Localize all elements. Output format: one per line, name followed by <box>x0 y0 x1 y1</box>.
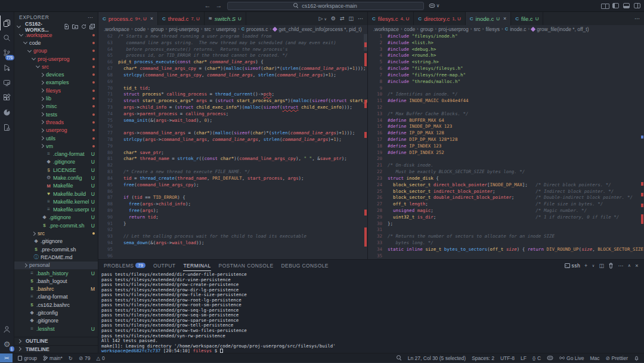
overview-ruler[interactable] <box>364 33 367 259</box>
close-icon[interactable]: × <box>150 16 153 21</box>
notifications-bell[interactable] <box>634 355 639 361</box>
tree-folder-devices[interactable]: devices <box>14 70 98 78</box>
tree-folder-code[interactable]: code <box>14 39 98 47</box>
tree-file-.cs162.bashrc[interactable]: $.cs162.bashrc <box>14 301 98 309</box>
tree-folder-src[interactable]: src <box>14 63 98 70</box>
encoding[interactable]: UTF-8 <box>500 355 515 361</box>
close-icon[interactable]: × <box>503 16 506 21</box>
tab-switch.S[interactable]: ≋switch.SU <box>205 12 246 25</box>
accounts-button[interactable] <box>0 322 14 337</box>
trash-icon[interactable] <box>608 263 614 269</box>
breadcrumb-item[interactable]: group <box>151 26 164 32</box>
explorer-more-icon[interactable]: ⋯ <box>88 14 93 20</box>
tree-folder-userprog[interactable]: userprog <box>14 127 98 134</box>
new-file-icon[interactable] <box>64 24 69 29</box>
tab-process.c[interactable]: Cprocess.c9+, U× <box>98 12 158 25</box>
split-icon[interactable]: ◫ <box>348 16 354 21</box>
tree-folder-proj-userprog[interactable]: proj-userprog <box>14 55 98 63</box>
tree-file-.pre-commit.sh[interactable]: $.pre-commit.sh <box>14 245 98 253</box>
tree-file-LICENSE[interactable]: §LICENSEU <box>14 166 98 174</box>
toggle-sidebar-icon[interactable] <box>612 3 619 8</box>
tree-file-.bashrc[interactable]: $.bashrcM <box>14 285 98 293</box>
timeline-section[interactable]: TIMELINE <box>14 345 98 353</box>
panel-tab-debug-console[interactable]: DEBUG CONSOLE <box>281 260 329 271</box>
more-actions-icon[interactable]: ⋯ <box>618 263 623 269</box>
tree-file-.pre-commit.sh[interactable]: $.pre-commit.shU <box>14 222 98 229</box>
tree-file-Makefile[interactable]: MMakefileU <box>14 182 98 190</box>
tab-inode.c[interactable]: Cinode.cU× <box>466 12 511 25</box>
tree-file-.gitignore[interactable]: ◆.gitignore <box>14 317 98 325</box>
breadcrumb-item[interactable]: userprog <box>216 26 236 32</box>
chevron-down-icon[interactable]: ∨ <box>592 263 595 267</box>
explorer-button[interactable] <box>0 16 14 30</box>
run-icon[interactable]: ▷ <box>319 16 323 21</box>
tree-file-.lesshst[interactable]: ≡.lesshstU <box>14 325 98 333</box>
breadcrumb-item[interactable]: src <box>473 26 480 32</box>
breadcrumb-item[interactable]: filesys <box>485 26 500 32</box>
breadcrumb-file[interactable]: process.c <box>246 26 268 32</box>
tree-folder-threads[interactable]: threads <box>14 118 98 126</box>
panel-tab-terminal[interactable]: TERMINAL <box>183 260 210 271</box>
tree-folder-filesys[interactable]: filesys <box>14 87 98 94</box>
breadcrumb[interactable]: .workspace›code›group›proj-userprog›src›… <box>368 25 644 33</box>
tree-file-.gitignore[interactable]: ◆.gitignoreU <box>14 214 98 222</box>
tab-thread.c[interactable]: Cthread.c7, U <box>158 12 205 25</box>
tree-folder-personal[interactable]: personal <box>14 262 98 269</box>
eol[interactable]: LF <box>521 355 527 361</box>
panel-tab-problems[interactable]: PROBLEMS79 <box>104 260 145 271</box>
workspace-root-row[interactable]: CS162-WORKS... <box>14 22 98 31</box>
maximize-panel-icon[interactable]: ∧ <box>628 263 631 268</box>
remote-explorer-button[interactable] <box>0 75 14 90</box>
tree-file-Makefile.build[interactable]: ♥Makefile.buildU <box>14 190 98 198</box>
refresh-icon[interactable] <box>81 24 86 29</box>
customize-layout-icon[interactable] <box>601 3 608 8</box>
errors-count[interactable]: ⊘79 <box>79 355 91 361</box>
breadcrumb-item[interactable]: proj-userprog <box>169 26 199 32</box>
tree-file-.gitconfig[interactable]: ◆.gitconfig <box>14 309 98 316</box>
breadcrumb-item[interactable]: .workspace <box>104 26 129 32</box>
dropdown-icon[interactable]: ∨ <box>324 17 326 21</box>
tree-file-.gitignore[interactable]: ◆.gitignoreU <box>14 158 98 166</box>
editor-inode-c[interactable]: 1#include "filesys/inode.h"2#include <li… <box>368 33 644 259</box>
tree-folder-utils[interactable]: utils <box>14 134 98 142</box>
breadcrumb-item[interactable]: code <box>404 26 415 32</box>
tree-folder-src[interactable]: src <box>14 229 98 237</box>
cursor-position[interactable]: Ln 27, Col 30 (5 selected) <box>408 355 466 361</box>
panel-tab-output[interactable]: OUTPUT <box>153 260 175 271</box>
breadcrumb-item[interactable]: code <box>135 26 145 32</box>
github-copilot[interactable] <box>547 355 553 361</box>
terminal-output[interactable]: pass tests/filesys/extended/dir-under-fi… <box>98 271 644 353</box>
more-icon[interactable]: ⋯ <box>634 16 640 21</box>
go-live[interactable]: Go Live <box>559 355 584 361</box>
close-panel-icon[interactable]: × <box>635 263 639 269</box>
tree-folder-examples[interactable]: examples <box>14 79 98 87</box>
command-center-search[interactable]: cs162-workspace-main <box>227 2 424 10</box>
terminal-profile[interactable]: >_ssh <box>565 263 580 269</box>
nav-back-icon[interactable]: ← <box>205 2 211 9</box>
new-terminal-icon[interactable]: + <box>584 263 588 269</box>
tree-folder-misc[interactable]: misc <box>14 103 98 110</box>
source-control-button[interactable]: 776 <box>0 45 14 60</box>
tree-folder-.workspace[interactable]: .workspace <box>14 31 98 39</box>
settings-gear-button[interactable]: ⚙1 <box>0 337 14 352</box>
tree-file-README.md[interactable]: ⓘREADME.md <box>14 253 98 261</box>
language-mode[interactable]: {}C <box>532 355 541 361</box>
tree-file-.bash_logout[interactable]: $.bash_logout <box>14 277 98 285</box>
breadcrumb-item[interactable]: proj-userprog <box>438 26 469 32</box>
tree-folder-lib[interactable]: lib <box>14 94 98 102</box>
breadcrumb[interactable]: .workspace›code›group›proj-userprog›src›… <box>98 25 367 33</box>
toggle-panel-icon[interactable] <box>623 3 630 8</box>
gear-icon[interactable]: ⚙ <box>331 16 336 21</box>
collapse-all-icon[interactable] <box>89 24 95 29</box>
makefile-tools-button[interactable] <box>0 120 14 135</box>
prettier[interactable]: ⊘Prettier <box>605 355 628 361</box>
outline-section[interactable]: OUTLINE <box>14 337 98 345</box>
editor-process-c[interactable]: 62/* Starts a new thread running a user … <box>98 33 367 259</box>
new-folder-icon[interactable] <box>72 24 78 29</box>
tree-file-.gitignore[interactable]: ◆.gitignore <box>14 238 98 245</box>
tree-file-Makefile.userprog[interactable]: ≡Makefile.userprogU <box>14 206 98 214</box>
more-icon[interactable]: ⋯ <box>358 16 363 21</box>
run-debug-button[interactable] <box>0 60 14 75</box>
toggle-secondary-sidebar-icon[interactable] <box>634 3 640 8</box>
indentation[interactable]: Spaces: 2 <box>472 355 494 361</box>
